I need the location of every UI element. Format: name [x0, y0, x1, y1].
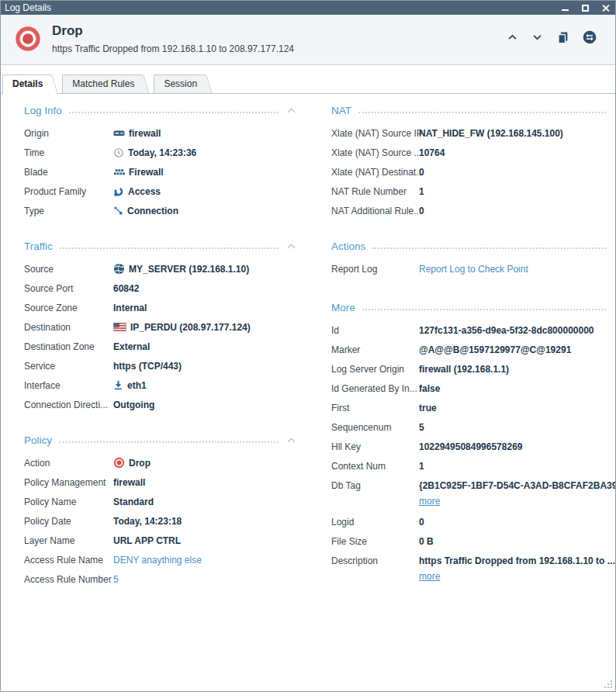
- access-icon: [113, 186, 124, 197]
- field-value-text: External: [113, 341, 150, 352]
- section-collapse-button[interactable]: [286, 242, 297, 251]
- field-value: MY_SERVER (192.168.1.10): [113, 263, 249, 275]
- more-link[interactable]: more: [419, 571, 440, 582]
- header-toolbar: [507, 30, 600, 47]
- field-row: Originfirewall: [24, 123, 297, 143]
- field-value: Connection: [113, 206, 178, 216]
- more-row: more: [331, 569, 615, 583]
- section-collapse-button[interactable]: [614, 106, 615, 116]
- section-header: More: [331, 302, 615, 313]
- field-row: Product FamilyAccess: [24, 182, 297, 201]
- dotted-leader: [60, 247, 279, 249]
- field-row: Id127fc131-a356-d9ea-5f32-8dc800000000: [331, 320, 615, 340]
- chevron-up-button[interactable]: [507, 32, 518, 46]
- copy-button[interactable]: [556, 31, 569, 47]
- field-value: https (TCP/443): [113, 361, 182, 372]
- tab-label: Details: [12, 78, 43, 89]
- field-value-text: true: [419, 403, 437, 413]
- field-value-text: Outgoing: [113, 400, 154, 410]
- field-label: Connection Directi...: [24, 400, 113, 410]
- copy-icon: [556, 31, 569, 47]
- minimize-button[interactable]: [555, 1, 575, 15]
- field-value: Today, 14:23:18: [113, 516, 182, 527]
- field-row: Logid0: [331, 512, 615, 531]
- field-value: 1: [419, 186, 424, 197]
- field-label: Destination: [24, 322, 113, 333]
- field-value-link[interactable]: 5: [113, 574, 119, 585]
- field-value: 0: [419, 517, 424, 528]
- field-value-text: Firewall: [129, 167, 164, 178]
- field-value-text: NAT_HIDE_FW (192.168.145.100): [419, 128, 563, 139]
- field-label: Db Tag: [331, 480, 419, 491]
- field-row: NAT Additional Rule..0: [331, 201, 615, 220]
- field-value-text: Connection: [127, 206, 178, 216]
- section-traffic: TrafficSourceMY_SERVER (192.168.1.10)Sou…: [24, 240, 297, 414]
- field-value: 1: [419, 461, 424, 472]
- field-value-link[interactable]: DENY anaything else: [113, 555, 202, 566]
- field-row: TypeConnection: [24, 201, 297, 220]
- dotted-leader: [358, 112, 606, 113]
- chevron-down-button[interactable]: [531, 32, 543, 46]
- field-value: Internal: [113, 303, 147, 313]
- field-value: false: [419, 383, 440, 394]
- field-value-text: 1: [419, 461, 424, 472]
- section-collapse-button[interactable]: [286, 436, 297, 445]
- field-value: 0: [419, 167, 424, 178]
- close-icon: [601, 4, 610, 12]
- section-collapse-button[interactable]: [614, 303, 615, 313]
- share-button[interactable]: [583, 30, 597, 47]
- section-header: Traffic: [24, 240, 297, 252]
- field-label: Context Num: [331, 461, 419, 472]
- field-label: Xlate (NAT) Destinat...: [331, 167, 419, 178]
- field-value: 127fc131-a356-d9ea-5f32-8dc800000000: [419, 325, 594, 336]
- more-link[interactable]: more: [419, 496, 440, 507]
- section-title: Policy: [24, 434, 52, 446]
- field-row: Xlate (NAT) Source ...10764: [331, 143, 615, 162]
- close-button[interactable]: [595, 1, 615, 15]
- field-label: First: [331, 403, 419, 413]
- field-value: 60842: [113, 283, 139, 294]
- interface-icon: [113, 380, 123, 390]
- field-row: Access Rule Number5: [24, 569, 297, 589]
- section-collapse-button[interactable]: [614, 242, 615, 251]
- field-label: Marker: [331, 344, 419, 355]
- field-row: Destination ZoneExternal: [24, 337, 297, 356]
- drop-icon: [113, 457, 125, 469]
- section-title: Traffic: [24, 240, 53, 252]
- field-value-text: 0: [419, 167, 424, 178]
- tab-session[interactable]: Session: [154, 74, 204, 93]
- section-collapse-button[interactable]: [286, 106, 297, 116]
- field-row: Sequencenum5: [331, 417, 615, 437]
- field-value: DENY anaything else: [113, 555, 202, 566]
- field-label: Description: [331, 555, 419, 566]
- minimize-icon: [562, 9, 569, 11]
- section-title: Log Info: [24, 105, 62, 116]
- field-row: Policy NameStandard: [24, 492, 297, 511]
- drop-status-icon: [15, 26, 41, 52]
- field-value-text: https Traffic Dropped from 192.168.1.10 …: [419, 555, 615, 566]
- field-value-text: 10764: [419, 147, 445, 158]
- field-value-text: 1: [419, 186, 424, 197]
- field-value-text: Today, 14:23:36: [128, 147, 196, 158]
- tab-details[interactable]: Details: [2, 74, 50, 94]
- dotted-leader: [372, 247, 606, 249]
- resize-grip[interactable]: [604, 680, 613, 689]
- appliance-icon: [113, 127, 125, 139]
- field-value: 5: [113, 574, 119, 585]
- column-right: NATXlate (NAT) Source IPNAT_HIDE_FW (192…: [331, 105, 615, 691]
- maximize-button[interactable]: [575, 1, 595, 15]
- globe-icon: [113, 263, 125, 275]
- tab-label: Session: [164, 78, 197, 89]
- field-row: Connection Directi...Outgoing: [24, 395, 297, 414]
- field-row: NAT Rule Number1: [331, 182, 615, 201]
- field-value: Firewall: [113, 166, 164, 178]
- field-row: BladeFirewall: [24, 162, 297, 182]
- tab-matched-rules[interactable]: Matched Rules: [62, 74, 141, 93]
- field-value: true: [419, 403, 437, 413]
- dotted-leader: [69, 112, 279, 113]
- field-value: 10229495084996578269: [419, 441, 522, 452]
- field-row: Layer NameURL APP CTRL: [24, 531, 297, 550]
- field-value-link[interactable]: Report Log to Check Point: [419, 264, 528, 275]
- field-label: Policy Name: [24, 497, 113, 507]
- field-value-text: 5: [419, 422, 424, 433]
